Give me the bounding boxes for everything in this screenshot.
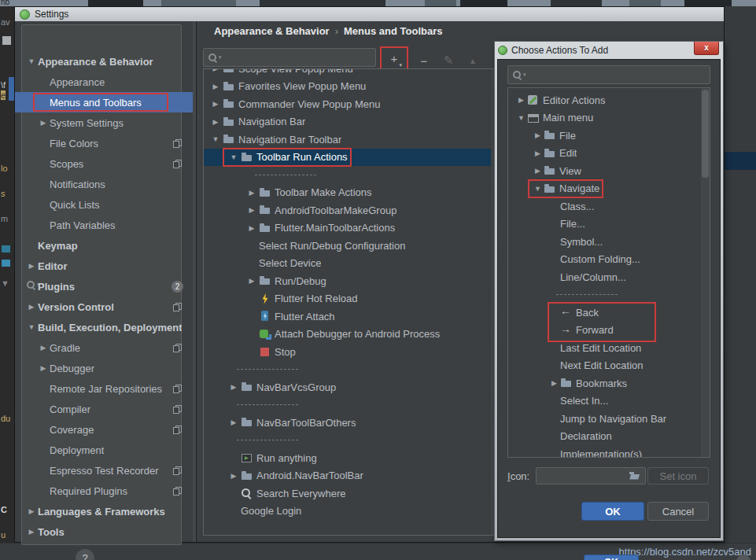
collapsed-arrow-icon[interactable]: ▶: [532, 131, 544, 139]
tree-item-file-colors[interactable]: File Colors: [15, 133, 193, 153]
collapsed-arrow-icon[interactable]: ▶: [208, 118, 223, 126]
tree-item-navigation-bar-toolbar[interactable]: ▼Navigation Bar Toolbar: [204, 131, 491, 149]
close-button[interactable]: x: [694, 42, 719, 55]
collapsed-arrow-icon[interactable]: ▶: [532, 167, 544, 175]
tree-item-compiler[interactable]: Compiler: [15, 399, 193, 419]
tree-item-flutter-attach[interactable]: Flutter Attach: [204, 308, 491, 326]
tree-item-google-login[interactable]: Google Login: [204, 503, 491, 521]
browse-folder-icon[interactable]: [629, 471, 641, 481]
tree-item-navbarvcsgroup[interactable]: ▶NavBarVcsGroup: [204, 378, 491, 396]
collapsed-arrow-icon[interactable]: ▶: [245, 224, 259, 232]
tree-item-back[interactable]: Back: [508, 304, 701, 322]
main-search-field[interactable]: ▾: [203, 48, 376, 67]
tree-item-custom-folding[interactable]: Custom Folding...: [508, 251, 701, 269]
tree-item-select-in[interactable]: Select In...: [508, 392, 701, 411]
tree-item-coverage[interactable]: Coverage: [15, 419, 193, 440]
tree-item-favorites-view-popup-menu[interactable]: ▶Favorites View Popup Menu: [204, 78, 491, 96]
tree-item-select-device[interactable]: Select Device: [204, 255, 491, 273]
tree-item-version-control[interactable]: ▶Version Control: [15, 297, 193, 317]
tree-item-commander-view-popup-menu[interactable]: ▶Commander View Popup Menu: [204, 95, 491, 113]
tree-item-bookmarks[interactable]: ▶Bookmarks: [508, 374, 701, 392]
collapsed-arrow-icon[interactable]: ▶: [227, 418, 241, 426]
collapsed-arrow-icon[interactable]: ▶: [25, 262, 38, 270]
tree-item-editor-actions[interactable]: ▶Editor Actions: [508, 91, 701, 109]
tree-item-view[interactable]: ▶View: [508, 162, 701, 180]
collapsed-arrow-icon[interactable]: ▶: [208, 69, 223, 72]
tree-item-flutter-hot-reload[interactable]: Flutter Hot Reload: [204, 290, 491, 308]
collapsed-arrow-icon[interactable]: ▶: [245, 277, 259, 285]
collapsed-arrow-icon[interactable]: ▶: [37, 344, 50, 352]
edit-button[interactable]: ✎: [440, 52, 457, 69]
collapsed-arrow-icon[interactable]: ▶: [245, 206, 259, 214]
collapsed-arrow-icon[interactable]: ▶: [548, 379, 560, 387]
tree-item-languages-frameworks[interactable]: ▶Languages & Frameworks: [15, 501, 193, 521]
tree-item-editor[interactable]: ▶Editor: [15, 256, 193, 276]
tree-item-scope-view-popup-menu[interactable]: ▶Scope View Popup Menu: [204, 69, 491, 78]
tree-item-edit[interactable]: ▶Edit: [508, 145, 701, 163]
tree-item-build-execution-deployment[interactable]: ▼Build, Execution, Deployment: [15, 317, 193, 337]
icon-path-input[interactable]: [540, 470, 629, 482]
collapsed-arrow-icon[interactable]: ▶: [25, 303, 38, 311]
tree-item-implementation-s[interactable]: Implementation(s): [508, 445, 701, 457]
tree-item-navigation-bar[interactable]: ▶Navigation Bar: [204, 113, 491, 131]
tree-item-menus-and-toolbars[interactable]: Menus and Toolbars: [15, 92, 193, 112]
tree-item-next-edit-location[interactable]: Next Edit Location: [508, 357, 701, 375]
tree-item-jump-to-navigation-bar[interactable]: Jump to Navigation Bar: [508, 410, 701, 428]
tree-item-flutter-maintoolbaractions[interactable]: ▶Flutter.MainToolbarActions: [204, 219, 491, 238]
remove-button[interactable]: −: [415, 52, 433, 69]
tree-item-file[interactable]: ▶File: [508, 127, 701, 145]
move-up-button[interactable]: ▲: [464, 52, 481, 69]
expanded-arrow-icon[interactable]: ▼: [532, 185, 544, 193]
icon-path-field[interactable]: [536, 467, 646, 484]
tree-item-required-plugins[interactable]: Required Plugins: [15, 481, 193, 501]
tree-item-forward[interactable]: Forward: [508, 322, 701, 340]
breadcrumb-category[interactable]: Appearance & Behavior: [214, 25, 330, 37]
collapsed-arrow-icon[interactable]: ▶: [227, 472, 241, 480]
tree-item-quick-lists[interactable]: Quick Lists: [15, 194, 193, 215]
tree-item-toolbar-run-actions[interactable]: ▼Toolbar Run Actions: [204, 149, 491, 167]
dialog-search-input[interactable]: [526, 68, 706, 81]
collapsed-arrow-icon[interactable]: ▶: [208, 100, 223, 108]
tree-item-android-navbartoolbar[interactable]: ▶Android.NavBarToolBar: [204, 467, 491, 485]
tree-item-tools[interactable]: ▶Tools: [15, 521, 193, 542]
scrollbar-thumb[interactable]: [702, 90, 709, 178]
expanded-arrow-icon[interactable]: ▼: [227, 153, 241, 161]
expanded-arrow-icon[interactable]: ▼: [25, 57, 38, 65]
tree-item-plugins[interactable]: Plugins2: [15, 276, 193, 297]
tree-item-scopes[interactable]: Scopes: [15, 153, 193, 174]
tree-item-file[interactable]: File...: [508, 216, 701, 234]
collapsed-arrow-icon[interactable]: ▶: [25, 507, 38, 515]
tree-item-navbartoolbarothers[interactable]: ▶NavBarToolBarOthers: [204, 414, 491, 432]
tree-item-navigate[interactable]: ▼Navigate: [508, 180, 701, 198]
tree-item-run-anything[interactable]: Run anything: [204, 449, 491, 467]
tree-item-path-variables[interactable]: Path Variables: [15, 215, 193, 235]
tree-item-attach-debugger-to-android-process[interactable]: Attach Debugger to Android Process: [204, 326, 491, 344]
main-search-input[interactable]: [222, 51, 371, 64]
tree-item-run-debug[interactable]: ▶Run/Debug: [204, 272, 491, 290]
tree-item-declaration[interactable]: Declaration: [508, 428, 701, 446]
tree-item-select-run-debug-configuration[interactable]: Select Run/Debug Configuration: [204, 237, 491, 255]
expanded-arrow-icon[interactable]: ▼: [208, 135, 223, 143]
tree-item-remote-jar-repositories[interactable]: Remote Jar Repositories: [15, 378, 193, 399]
collapsed-arrow-icon[interactable]: ▶: [515, 96, 527, 104]
dialog-titlebar[interactable]: Choose Actions To Add: [498, 43, 695, 57]
help-icon[interactable]: ?: [76, 549, 94, 560]
tree-item-androidtoolbarmakegroup[interactable]: ▶AndroidToolbarMakeGroup: [204, 201, 491, 219]
collapsed-arrow-icon[interactable]: ▶: [532, 149, 544, 157]
add-button[interactable]: + ▾: [385, 50, 403, 67]
tree-item-toolbar-make-actions[interactable]: ▶Toolbar Make Actions: [204, 184, 491, 202]
dialog-search-field[interactable]: ▾: [507, 65, 710, 84]
set-icon-button[interactable]: Set icon: [647, 467, 709, 484]
collapsed-arrow-icon[interactable]: ▶: [227, 383, 241, 391]
tree-item-main-menu[interactable]: ▼Main menu: [508, 109, 701, 127]
expanded-arrow-icon[interactable]: ▼: [25, 323, 38, 331]
collapsed-arrow-icon[interactable]: ▶: [208, 83, 223, 90]
tree-item-symbol[interactable]: Symbol...: [508, 233, 701, 251]
tree-item-debugger[interactable]: ▶Debugger: [15, 358, 193, 378]
tree-item-appearance[interactable]: Appearance: [15, 72, 193, 92]
tree-item-class[interactable]: Class...: [508, 197, 701, 216]
settings-titlebar[interactable]: Settings: [15, 7, 724, 21]
tree-item-appearance-behavior[interactable]: ▼Appearance & Behavior: [15, 51, 193, 72]
tree-item-last-edit-location[interactable]: Last Edit Location: [508, 339, 701, 357]
collapsed-arrow-icon[interactable]: ▶: [245, 189, 259, 197]
